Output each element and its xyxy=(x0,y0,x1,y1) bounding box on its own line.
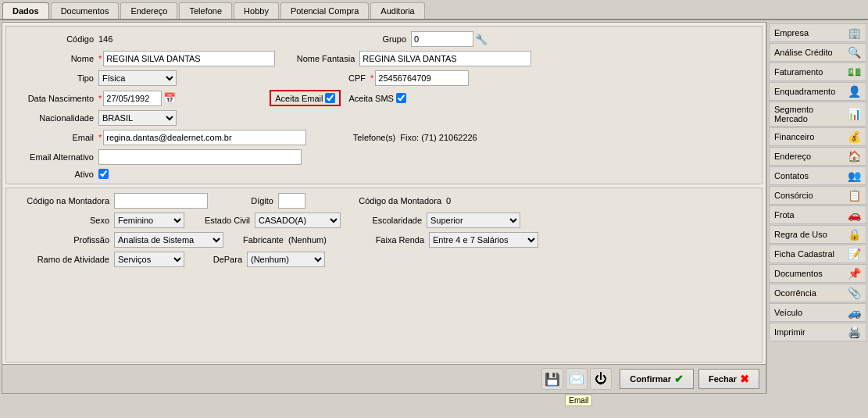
sidebar-item-empresa[interactable]: Empresa 🏢 xyxy=(769,23,866,42)
profissao-label: Profissão xyxy=(13,235,114,245)
tipo-label: Tipo xyxy=(13,73,98,83)
fechar-label: Fechar xyxy=(709,374,737,384)
grupo-input[interactable] xyxy=(411,31,473,47)
sidebar-item-documentos[interactable]: Documentos 📌 xyxy=(769,264,866,283)
tab-auditoria[interactable]: Auditoria xyxy=(370,2,424,19)
imprimir-label: Imprimir xyxy=(774,327,845,337)
escolaridade-select[interactable]: Superior xyxy=(427,213,520,228)
nome-required-star: * xyxy=(98,54,102,63)
sidebar-item-segmento-mercado[interactable]: Segmento Mercado 📊 xyxy=(769,102,866,127)
grupo-arrow-icon[interactable]: 🔧 xyxy=(475,34,488,45)
sidebar-item-financeiro[interactable]: Financeiro 💰 xyxy=(769,127,866,146)
cpf-required-star: * xyxy=(370,73,373,83)
codigo-label: Código xyxy=(13,34,98,44)
email-input[interactable] xyxy=(103,130,306,145)
tab-documentos[interactable]: Documentos xyxy=(51,2,120,19)
frota-label: Frota xyxy=(774,210,845,220)
veiculo-icon: 🚙 xyxy=(848,306,861,319)
segmento-mercado-label: Segmento Mercado xyxy=(774,105,845,123)
tab-telefone[interactable]: Telefone xyxy=(179,2,232,19)
digito-input[interactable] xyxy=(278,193,305,209)
frota-icon: 🚗 xyxy=(848,209,861,221)
sidebar-item-ocorrencia[interactable]: Ocorrência 📎 xyxy=(769,284,866,302)
sidebar-item-veiculo[interactable]: Veículo 🚙 xyxy=(769,303,866,322)
escolaridade-label: Escolaridade xyxy=(356,216,427,225)
sidebar-item-faturamento[interactable]: Faturamento 💵 xyxy=(769,63,866,81)
digito-label: Dígito xyxy=(231,196,278,205)
empresa-icon: 🏢 xyxy=(848,27,861,39)
power-icon-button[interactable]: ⏻ xyxy=(590,368,612,390)
save-icon-button[interactable]: 💾 xyxy=(541,368,563,390)
ramo-atividade-select[interactable]: Serviços xyxy=(114,252,184,267)
sidebar-item-analise-credito[interactable]: Análise Crédito 🔍 xyxy=(769,43,866,62)
sidebar-item-consorcio[interactable]: Consórcio 📋 xyxy=(769,186,866,205)
sidebar-item-contatos[interactable]: Contatos 👥 xyxy=(769,166,866,185)
nome-fantasia-label: Nome Fantasia xyxy=(281,54,359,63)
regra-uso-label: Regra de Uso xyxy=(774,230,845,239)
telefone-value: Fixo: (71) 21062226 xyxy=(400,133,477,142)
contatos-icon: 👥 xyxy=(848,170,861,182)
analise-credito-label: Análise Crédito xyxy=(774,48,845,57)
segmento-mercado-icon: 📊 xyxy=(848,108,861,120)
aceita-sms-checkbox[interactable] xyxy=(396,93,406,103)
documentos-icon: 📌 xyxy=(848,267,861,280)
telefones-label: Telefone(s) xyxy=(338,133,400,142)
tab-potencial-compra[interactable]: Potencial Compra xyxy=(280,2,369,19)
nacionalidade-label: Nacionalidade xyxy=(13,113,98,123)
nome-fantasia-input[interactable] xyxy=(359,51,531,66)
profissao-select[interactable]: Analista de Sistema xyxy=(114,232,223,248)
tab-endereco[interactable]: Endereço xyxy=(120,2,177,19)
email-alt-input[interactable] xyxy=(98,149,302,165)
enquadramento-icon: 👤 xyxy=(848,85,861,98)
data-nascimento-label: Data Nascimento xyxy=(13,94,98,103)
tipo-select[interactable]: Física xyxy=(98,70,177,86)
data-nascimento-input[interactable] xyxy=(103,91,162,106)
sidebar-item-enquadramento[interactable]: Enquadramento 👤 xyxy=(769,82,866,101)
regra-uso-icon: 🔒 xyxy=(848,228,861,241)
sidebar-item-imprimir[interactable]: Imprimir 🖨️ xyxy=(769,323,866,341)
aceita-email-label: Aceita Email xyxy=(275,94,323,103)
codigo-value: 146 xyxy=(98,34,145,44)
sidebar-item-frota[interactable]: Frota 🚗 xyxy=(769,205,866,224)
sidebar-item-ficha-cadastral[interactable]: Ficha Cadastral 📝 xyxy=(769,245,866,263)
ocorrencia-label: Ocorrência xyxy=(774,288,845,298)
ficha-cadastral-label: Ficha Cadastral xyxy=(774,249,845,259)
cod-montadora2-label: Código da Montadora xyxy=(345,196,446,205)
endereco-label: Endereço xyxy=(774,152,845,161)
cpf-label: CPF xyxy=(308,73,370,83)
calendar-icon[interactable]: 📅 xyxy=(163,92,176,104)
cpf-input[interactable] xyxy=(375,70,469,86)
contatos-label: Contatos xyxy=(774,171,845,180)
aceita-email-checkbox[interactable] xyxy=(325,93,335,103)
fechar-button[interactable]: Fechar ✖ xyxy=(698,369,759,389)
faturamento-label: Faturamento xyxy=(774,67,845,77)
confirmar-button[interactable]: Confirmar ✔ xyxy=(620,369,694,389)
nacionalidade-select[interactable]: BRASIL xyxy=(98,110,177,126)
cod-montadora-input[interactable] xyxy=(114,193,208,209)
depara-select[interactable]: (Nenhum) xyxy=(247,252,325,267)
imprimir-icon: 🖨️ xyxy=(848,326,861,338)
empresa-label: Empresa xyxy=(774,28,845,38)
cod-montadora2-value: 0 xyxy=(446,196,451,205)
email-icon-button[interactable]: ✉️ Email xyxy=(566,368,588,390)
faixa-renda-select[interactable]: Entre 4 e 7 Salários xyxy=(429,232,538,248)
endereco-icon: 🏠 xyxy=(848,150,861,163)
email-required-star: * xyxy=(98,133,102,142)
data-nascimento-required-star: * xyxy=(98,94,102,103)
veiculo-label: Veículo xyxy=(774,308,845,317)
cod-montadora-label: Código na Montadora xyxy=(13,196,114,205)
sexo-select[interactable]: Feminino xyxy=(114,213,184,228)
sidebar-item-regra-uso[interactable]: Regra de Uso 🔒 xyxy=(769,225,866,244)
consorcio-icon: 📋 xyxy=(848,189,861,202)
ativo-checkbox[interactable] xyxy=(98,169,109,179)
aceita-sms-label: Aceita SMS xyxy=(348,94,393,103)
tab-dados[interactable]: Dados xyxy=(2,2,49,19)
estado-civil-select[interactable]: CASADO(A) xyxy=(255,213,341,228)
ocorrencia-icon: 📎 xyxy=(848,287,861,299)
ativo-label: Ativo xyxy=(13,170,98,179)
nome-input[interactable] xyxy=(103,51,275,66)
fechar-x-icon: ✖ xyxy=(740,373,749,385)
tab-hobby[interactable]: Hobby xyxy=(234,2,279,19)
sidebar-item-endereco[interactable]: Endereço 🏠 xyxy=(769,147,866,166)
sexo-label: Sexo xyxy=(13,216,114,225)
